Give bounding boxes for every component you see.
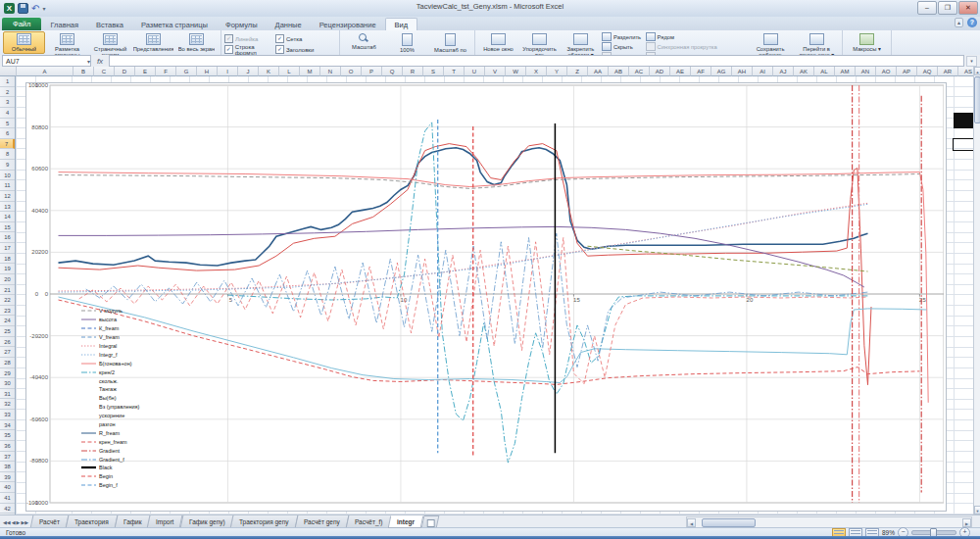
legend-item-18[interactable]: Black [81, 464, 189, 472]
sheet-tab-integr[interactable]: integr [388, 515, 424, 528]
vertical-scrollbar[interactable]: ▲ ▼ [973, 67, 980, 514]
column-header-R[interactable]: R [403, 67, 423, 76]
close-button[interactable]: ✕ [958, 1, 978, 15]
column-header-AQ[interactable]: AQ [917, 67, 938, 76]
column-header-O[interactable]: O [341, 67, 362, 76]
row-header-34[interactable]: 34 [0, 420, 15, 431]
column-header-U[interactable]: U [465, 67, 485, 76]
row-header-25[interactable]: 25 [0, 326, 15, 337]
ribbon-tab-Файл[interactable]: Файл [2, 18, 41, 30]
column-header-AR[interactable]: AR [938, 67, 958, 76]
row-header-23[interactable]: 23 [0, 306, 15, 317]
legend-item-11[interactable]: Вз (управления) [81, 403, 189, 412]
ribbon-tab-Формулы[interactable]: Формулы [217, 19, 267, 30]
last-sheet-icon[interactable]: ▶▶ [21, 519, 28, 525]
column-header-J[interactable]: J [238, 67, 259, 76]
legend-item-17[interactable]: Gradient_f [81, 455, 189, 464]
row-header-14[interactable]: 14 [0, 212, 15, 222]
fx-icon[interactable]: fx [91, 57, 109, 66]
row-header-38[interactable]: 38 [0, 462, 15, 472]
row-header-13[interactable]: 13 [0, 202, 15, 213]
column-header-H[interactable]: H [197, 67, 218, 76]
column-header-G[interactable]: G [176, 67, 197, 76]
row-header-8[interactable]: 8 [0, 149, 15, 160]
column-header-Z[interactable]: Z [567, 67, 588, 76]
row-header-31[interactable]: 31 [0, 389, 15, 400]
row-header-15[interactable]: 15 [0, 222, 15, 233]
row-header-36[interactable]: 36 [0, 441, 15, 452]
view-mode-0-button[interactable]: Обычный [3, 31, 45, 54]
column-header-X[interactable]: X [526, 67, 547, 76]
row-header-32[interactable]: 32 [0, 399, 15, 410]
row-header-11[interactable]: 11 [0, 180, 15, 191]
checkbox-3[interactable]: ✓Заголовки [275, 45, 336, 54]
row-header-19[interactable]: 19 [0, 264, 15, 274]
legend-item-10[interactable]: Вы(бн) [81, 394, 189, 403]
name-box-dropdown-icon[interactable]: ▾ [87, 58, 90, 65]
selected-cell-outline[interactable] [953, 138, 974, 151]
column-header-C[interactable]: C [94, 67, 115, 76]
legend-item-19[interactable]: Begin [81, 472, 189, 481]
first-sheet-icon[interactable]: ◀◀ [3, 519, 11, 525]
ribbon-tab-Вид[interactable]: Вид [385, 18, 418, 30]
legend-item-8[interactable]: скольж. [81, 376, 189, 385]
row-header-33[interactable]: 33 [0, 410, 15, 420]
column-header-AD[interactable]: AD [650, 67, 670, 76]
column-header-AM[interactable]: AM [835, 67, 856, 76]
legend-item-12[interactable]: ускорение [81, 412, 189, 420]
formula-input[interactable] [109, 55, 964, 67]
column-header-AC[interactable]: AC [629, 67, 650, 76]
column-header-N[interactable]: N [320, 67, 341, 76]
legend-item-20[interactable]: Begin_f [81, 481, 189, 490]
filled-cell[interactable] [954, 113, 973, 128]
minimize-button[interactable]: – [917, 1, 937, 15]
minimize-ribbon-icon[interactable]: ▴ [955, 18, 963, 27]
column-header-K[interactable]: K [259, 67, 279, 76]
row-header-39[interactable]: 39 [0, 472, 15, 483]
window-small-0-button[interactable]: Разделить [602, 32, 645, 41]
column-header-W[interactable]: W [506, 67, 526, 76]
row-header-42[interactable]: 42 [0, 504, 15, 514]
zoom-0-button[interactable]: Масштаб [343, 31, 385, 52]
row-header-18[interactable]: 18 [0, 254, 15, 265]
column-header-AP[interactable]: AP [897, 67, 917, 76]
next-sheet-icon[interactable]: ▶ [17, 519, 21, 525]
column-header-AH[interactable]: AH [732, 67, 753, 76]
column-header-T[interactable]: T [444, 67, 465, 76]
horizontal-scroll-thumb[interactable] [702, 518, 756, 527]
row-header-2[interactable]: 2 [0, 87, 15, 98]
row-header-35[interactable]: 35 [0, 430, 15, 441]
column-header-AB[interactable]: AB [609, 67, 629, 76]
checkbox-0[interactable]: ✓Линейка [224, 34, 275, 43]
row-header-20[interactable]: 20 [0, 274, 15, 285]
column-header-I[interactable]: I [218, 67, 238, 76]
prev-sheet-icon[interactable]: ◀ [12, 519, 16, 525]
column-header-AL[interactable]: AL [814, 67, 835, 76]
row-header-27[interactable]: 27 [0, 347, 15, 358]
row-header-12[interactable]: 12 [0, 191, 15, 202]
column-header-P[interactable]: P [362, 67, 382, 76]
column-header-M[interactable]: M [300, 67, 320, 76]
column-header-S[interactable]: S [423, 67, 444, 76]
scroll-down-icon[interactable]: ▼ [974, 506, 980, 514]
scroll-up-icon[interactable]: ▲ [974, 67, 980, 75]
row-header-40[interactable]: 40 [0, 482, 15, 493]
row-header-10[interactable]: 10 [0, 171, 15, 181]
legend-item-5[interactable]: Integr_f [81, 350, 189, 359]
column-header-E[interactable]: E [135, 67, 156, 76]
sheet-area[interactable]: 1234567891011121314151617181920212223242… [0, 76, 980, 514]
row-header-22[interactable]: 22 [0, 295, 15, 306]
legend-item-7[interactable]: крен/2 [81, 368, 189, 376]
select-all-corner[interactable] [0, 67, 17, 76]
zoom-level[interactable]: 89% [882, 529, 895, 536]
legend-item-14[interactable]: R_fream [81, 428, 189, 437]
zoom-1-button[interactable]: 100% [386, 31, 428, 55]
column-header-AI[interactable]: AI [753, 67, 773, 76]
legend-item-4[interactable]: Integral [81, 342, 189, 351]
legend-item-13[interactable]: разгон [81, 420, 189, 429]
chart[interactable]: 10001008008060060400402002000-200-20-400… [25, 82, 947, 512]
legend-item-15[interactable]: крен_fream [81, 437, 189, 446]
window-small-3-button[interactable]: Рядом [646, 32, 747, 41]
row-header-7[interactable]: 7 [0, 139, 15, 150]
column-header-D[interactable]: D [115, 67, 135, 76]
